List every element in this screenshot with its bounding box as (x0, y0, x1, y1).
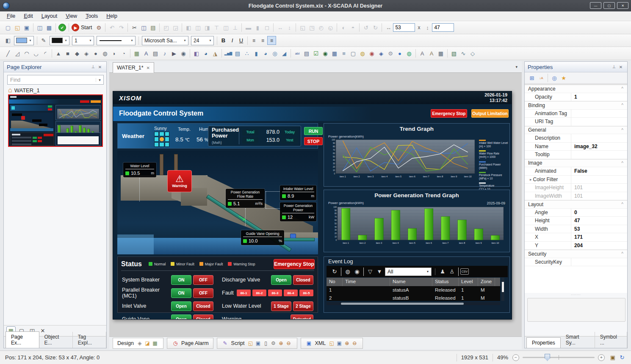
tag-icon[interactable]: ◪ (144, 339, 151, 347)
area-chart-icon[interactable]: ◢ (280, 49, 289, 58)
font-size-combo[interactable]: 24 ▾ (191, 36, 214, 45)
trend-edit-icon[interactable]: ▧ (449, 49, 459, 58)
emergency-stop-button[interactable]: Emergency Stop (431, 109, 467, 118)
zoom-slider-thumb[interactable] (545, 354, 550, 361)
italic-button[interactable]: I (228, 36, 237, 45)
closed-curve-icon[interactable]: ◡ (31, 49, 41, 58)
rectangle-icon[interactable]: ■ (63, 49, 72, 58)
left-tab-object-e[interactable]: Object E... (39, 332, 73, 348)
event-column-zone[interactable]: Zone (478, 278, 495, 286)
wizard-icon[interactable]: ★ (559, 73, 568, 83)
property-value[interactable]: 101 (571, 185, 627, 190)
ellipse-icon[interactable]: ● (91, 49, 100, 58)
property-value[interactable]: 53 (571, 226, 627, 232)
network-object-icon[interactable]: ◍ (404, 49, 414, 58)
status-button-off[interactable]: OFF (193, 275, 213, 285)
textbox-icon[interactable]: abl (293, 49, 302, 58)
pin-icon[interactable]: ⊤ (611, 63, 617, 70)
alarm-lamp-icon[interactable]: ◍ (343, 267, 352, 276)
panel-control-icon[interactable]: ▢ (349, 49, 358, 58)
tab-water-1[interactable]: WATER_1* ✕ (113, 62, 154, 73)
candle-chart-icon[interactable]: ▮ (252, 49, 261, 58)
zoom-in-xml-icon[interactable]: ⊕ (343, 339, 351, 347)
collapse-icon[interactable]: ^ (621, 251, 623, 256)
filter-multi-icon[interactable]: ▼ (375, 267, 384, 276)
fault-badge[interactable]: 86-4 (284, 290, 298, 296)
save-all-icon[interactable]: ◫ (35, 23, 44, 32)
open-xml-icon[interactable]: ◱ (328, 339, 335, 347)
event-column-level[interactable]: Level (459, 278, 478, 286)
label-a-icon[interactable]: A (418, 49, 427, 58)
pentagon-icon[interactable]: ◆ (72, 49, 82, 58)
menu-layout[interactable]: Layout (37, 12, 62, 20)
script-tools-icon[interactable]: ⚙ (270, 339, 277, 347)
tree-control-icon[interactable]: ≡ (339, 49, 349, 58)
copy-icon[interactable]: ◫ (139, 23, 148, 32)
underline-button[interactable]: U (237, 36, 246, 45)
save-xml-icon[interactable]: ▣ (335, 339, 343, 347)
save-icon[interactable]: ▣ (22, 23, 31, 32)
menu-tools[interactable]: Tools (81, 12, 102, 20)
font-family-combo[interactable]: Microsoft Sa... ▾ (142, 36, 188, 45)
label-clock-icon[interactable]: A (427, 49, 436, 58)
categorized-icon[interactable]: ⊞ (527, 73, 537, 83)
camera-icon[interactable]: ◉ (179, 49, 188, 58)
zoom-out-button[interactable]: − (512, 354, 519, 361)
property-category-binding[interactable]: Binding^ (525, 101, 627, 110)
hbar-chart-icon[interactable]: ▤ (233, 49, 242, 58)
property-category-layout[interactable]: Layout^ (525, 200, 627, 209)
event-column-time[interactable]: Time (343, 278, 390, 286)
start-icon[interactable]: ▶ (72, 24, 79, 31)
object-width-input[interactable] (393, 23, 415, 32)
line-icon[interactable]: ╱ (3, 49, 13, 58)
event-row[interactable]: 1statusAReleased1M (327, 286, 500, 294)
tab-script[interactable]: ✎ Script ◱▣▯⚙⊕⊖ (217, 338, 297, 349)
grid-control-icon[interactable]: ▦ (436, 49, 446, 58)
sort-alphabetical-icon[interactable]: ↓A (537, 73, 546, 83)
validate-icon[interactable]: ✔ (58, 24, 66, 31)
collapse-icon[interactable]: ^ (621, 128, 623, 132)
console-icon[interactable]: ▯ (262, 339, 270, 347)
zoom-in-button[interactable]: + (598, 354, 605, 361)
fault-badge[interactable]: 86-2 (252, 290, 266, 296)
page-alarm-icon[interactable]: ◷ (172, 339, 179, 347)
property-category-general[interactable]: General^ (525, 126, 627, 135)
gear-object-icon[interactable]: ⚙ (386, 49, 395, 58)
property-category-security[interactable]: Security^ (525, 250, 627, 258)
property-value[interactable]: False (571, 168, 627, 174)
menu-edit[interactable]: Edit (19, 12, 37, 20)
status-button-on[interactable]: ON (171, 275, 191, 285)
property-pages-icon[interactable]: ◎ (550, 73, 559, 83)
left-tab-page-ex[interactable]: Page Ex... (6, 331, 39, 348)
pin-icon[interactable]: ⊤ (90, 63, 97, 70)
video-icon[interactable]: ▶ (169, 49, 179, 58)
right-tab-symbol[interactable]: Symbol ... (595, 332, 627, 348)
pie-shape-icon[interactable]: ◔ (119, 49, 128, 58)
trend-xy-icon[interactable]: ◇ (468, 49, 477, 58)
align-right-button[interactable]: ≡ (267, 36, 276, 45)
status-button-off[interactable]: OFF (193, 288, 213, 298)
scada-page[interactable]: XISOM 2026-01-19 13:17:42 Floodgate Cont… (113, 91, 512, 320)
web-object-icon[interactable]: ● (395, 49, 404, 58)
curve-icon[interactable]: ◠ (22, 49, 31, 58)
status-button-open[interactable]: Open (271, 275, 291, 285)
page-thumbnail[interactable] (8, 94, 103, 147)
event-filter-combo[interactable]: All ▾ (385, 267, 432, 276)
start-label[interactable]: Start (81, 25, 92, 30)
close-button[interactable]: ✕ (617, 2, 628, 9)
csv-export-icon[interactable]: CSV (460, 268, 469, 275)
triangle-icon[interactable]: ▲ (54, 49, 63, 58)
event-horizontal-scrollbar[interactable] (327, 302, 500, 305)
align-left-button[interactable]: ≡ (249, 36, 258, 45)
tree-item-water-1[interactable]: ⌂ WATER_1 (8, 86, 40, 94)
collapse-icon[interactable]: ^ (621, 103, 623, 108)
hexagon-icon[interactable]: ◈ (82, 49, 91, 58)
spin-edit-icon[interactable]: ▤ (302, 49, 311, 58)
status-button-2-stage[interactable]: 2 Stage (293, 301, 313, 311)
right-tab-properties[interactable]: Properties (526, 337, 561, 348)
property-value[interactable]: 1 (571, 94, 627, 100)
fault-badge[interactable]: 86-3 (268, 290, 282, 296)
property-value[interactable]: image_32 (571, 143, 627, 149)
menu-view[interactable]: View (61, 12, 81, 20)
filter-single-icon[interactable]: ▽ (365, 267, 375, 276)
